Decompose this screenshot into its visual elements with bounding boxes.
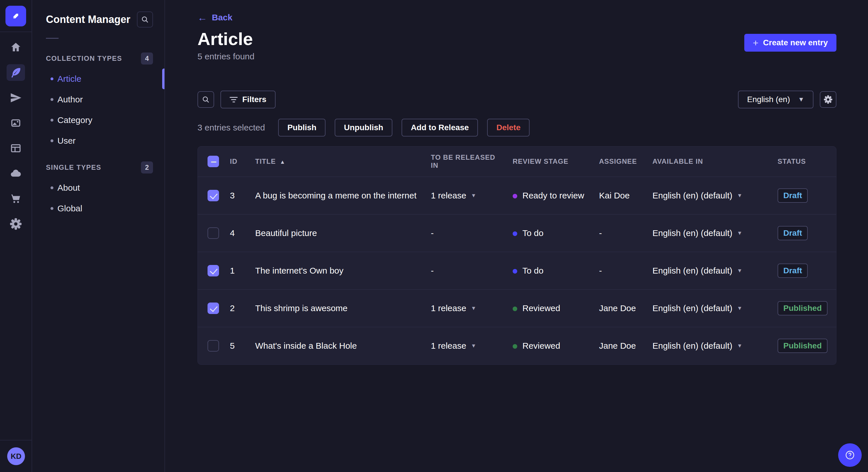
entries-table-card: ID TITLE▲ TO BE RELEASED IN REVIEW STAGE…	[197, 146, 836, 365]
publish-button[interactable]: Publish	[278, 119, 326, 136]
column-header-title[interactable]: TITLE▲	[245, 146, 421, 177]
sidebar-item-label: Author	[57, 95, 83, 104]
sidebar-item-user[interactable]: User	[32, 131, 164, 151]
cell-available-in[interactable]: English (en) (default)▼	[652, 303, 768, 313]
paper-plane-icon[interactable]	[7, 90, 25, 106]
question-mark-icon	[844, 450, 856, 461]
bullet-icon	[51, 119, 53, 122]
filters-label: Filters	[242, 95, 267, 104]
filters-button[interactable]: Filters	[220, 91, 276, 108]
table-row[interactable]: 2 This shrimp is awesome 1 release▼ Revi…	[198, 289, 836, 327]
row-checkbox[interactable]	[208, 340, 219, 351]
layout-builder-icon[interactable]	[7, 140, 25, 157]
cell-released-in[interactable]: -▼	[431, 266, 503, 276]
cell-id: 4	[220, 214, 245, 252]
entries-count-text: 5 entries found	[197, 52, 254, 61]
table-row[interactable]: 5 What's inside a Black Hole 1 release▼ …	[198, 327, 836, 365]
gear-icon[interactable]	[7, 216, 25, 232]
column-header-id[interactable]: ID	[220, 146, 245, 177]
unpublish-button[interactable]: Unpublish	[335, 119, 392, 136]
back-label: Back	[212, 12, 232, 22]
app-root: KD Content Manager COLLECTION TYPES 4 Ar…	[0, 0, 868, 472]
cell-title: Beautiful picture	[245, 214, 421, 252]
cell-available-in[interactable]: English (en) (default)▼	[652, 228, 768, 238]
home-icon[interactable]	[7, 39, 25, 56]
view-settings-button[interactable]	[820, 91, 836, 108]
chevron-down-icon: ▼	[737, 268, 742, 274]
create-new-entry-button[interactable]: + Create new entry	[744, 34, 837, 52]
column-header-title-label: TITLE	[255, 158, 276, 165]
cell-review-stage: To do	[503, 214, 589, 252]
column-header-status: STATUS	[768, 146, 836, 177]
sidebar-item-label: Article	[57, 74, 81, 84]
cell-title: The internet's Own boy	[245, 252, 421, 289]
status-badge: Draft	[778, 189, 808, 203]
cell-id: 1	[220, 252, 245, 289]
rail-divider	[0, 32, 32, 32]
sort-asc-icon: ▲	[280, 159, 286, 165]
cell-review-stage: To do	[503, 252, 589, 289]
sidebar-search-button[interactable]	[137, 11, 153, 28]
cell-review-stage: Reviewed	[503, 327, 589, 365]
column-header-assignee: ASSIGNEE	[589, 146, 643, 177]
cart-icon[interactable]	[7, 191, 25, 207]
back-link[interactable]: ← Back	[197, 12, 836, 22]
collection-types-label: COLLECTION TYPES	[46, 55, 122, 63]
create-new-entry-label: Create new entry	[763, 38, 828, 47]
strapi-logo-icon	[10, 10, 22, 22]
status-badge: Published	[778, 301, 828, 315]
stage-dot-icon	[513, 344, 517, 349]
cell-released-in[interactable]: 1 release▼	[431, 191, 503, 200]
status-badge: Draft	[778, 226, 808, 240]
entries-table: ID TITLE▲ TO BE RELEASED IN REVIEW STAGE…	[198, 146, 836, 365]
cell-available-in[interactable]: English (en) (default)▼	[652, 341, 768, 351]
sidebar-item-label: Category	[57, 115, 92, 125]
cell-available-in[interactable]: English (en) (default)▼	[652, 266, 768, 276]
locale-select[interactable]: English (en) ▼	[738, 91, 813, 108]
select-all-checkbox[interactable]	[208, 156, 219, 167]
cell-id: 5	[220, 327, 245, 365]
row-checkbox[interactable]	[208, 190, 219, 201]
sidebar-item-article[interactable]: Article	[32, 69, 164, 89]
main-content: ← Back Article 5 entries found + Create …	[165, 0, 868, 472]
cell-id: 2	[220, 289, 245, 327]
table-row[interactable]: 3 A bug is becoming a meme on the intern…	[198, 177, 836, 214]
add-to-release-button[interactable]: Add to Release	[402, 119, 478, 136]
sidebar-item-global[interactable]: Global	[32, 198, 164, 219]
cell-assignee: Jane Doe	[589, 327, 643, 365]
media-images-icon[interactable]	[7, 115, 25, 131]
strapi-logo[interactable]	[5, 6, 26, 26]
cell-assignee: Kai Doe	[589, 177, 643, 214]
chevron-down-icon: ▼	[737, 230, 742, 236]
cell-released-in[interactable]: 1 release▼	[431, 341, 503, 351]
status-badge: Published	[778, 339, 828, 353]
sidebar-item-about[interactable]: About	[32, 177, 164, 198]
bullet-icon	[51, 98, 53, 101]
chevron-down-icon: ▼	[471, 305, 476, 311]
row-checkbox[interactable]	[208, 227, 219, 239]
stage-dot-icon	[513, 231, 517, 236]
cloud-icon[interactable]	[7, 165, 25, 182]
cell-released-in[interactable]: -▼	[431, 228, 503, 238]
user-avatar[interactable]: KD	[7, 447, 25, 465]
stage-dot-icon	[513, 307, 517, 311]
cell-available-in[interactable]: English (en) (default)▼	[652, 191, 768, 200]
column-header-released-in: TO BE RELEASED IN	[421, 146, 503, 177]
sidebar-item-author[interactable]: Author	[32, 89, 164, 110]
row-checkbox[interactable]	[208, 303, 219, 314]
table-row[interactable]: 4 Beautiful picture -▼ To do - English (…	[198, 214, 836, 252]
single-types-section: SINGLE TYPES 2 About Global	[32, 162, 164, 219]
search-button[interactable]	[197, 91, 214, 108]
feather-content-icon[interactable]	[7, 64, 25, 81]
cell-title: This shrimp is awesome	[245, 289, 421, 327]
delete-button[interactable]: Delete	[487, 119, 530, 136]
row-checkbox[interactable]	[208, 265, 219, 276]
table-row[interactable]: 1 The internet's Own boy -▼ To do - Engl…	[198, 252, 836, 289]
selected-entries-text: 3 entries selected	[197, 123, 265, 133]
chevron-down-icon: ▼	[737, 343, 742, 349]
chevron-down-icon: ▼	[798, 96, 804, 103]
cell-released-in[interactable]: 1 release▼	[431, 303, 503, 313]
help-button[interactable]	[838, 443, 862, 467]
chevron-down-icon: ▼	[471, 193, 476, 199]
sidebar-item-category[interactable]: Category	[32, 110, 164, 131]
